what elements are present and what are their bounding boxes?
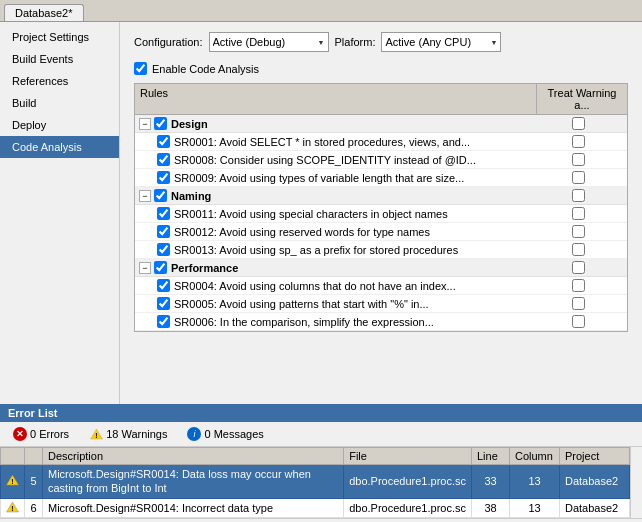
sr0001-checkbox[interactable] <box>157 135 170 148</box>
warning-triangle-icon: ! <box>6 501 19 513</box>
warning-triangle-icon: ! <box>6 474 19 486</box>
svg-text:!: ! <box>11 505 13 512</box>
sr0001-warning-checkbox[interactable] <box>572 135 585 148</box>
rule-sr0008: SR0008: Consider using SCOPE_IDENTITY in… <box>135 151 627 169</box>
sr0012-warning-checkbox[interactable] <box>572 225 585 238</box>
warning-triangle-icon: ! <box>90 428 103 440</box>
sr0004-warning-cell <box>533 279 623 292</box>
sr0011-warning-cell <box>533 207 623 220</box>
config-select[interactable]: Active (Debug) <box>209 32 329 52</box>
performance-warning-cell <box>533 261 623 274</box>
sr0011-checkbox[interactable] <box>157 207 170 220</box>
sr0009-warning-cell <box>533 171 623 184</box>
sr0008-checkbox[interactable] <box>157 153 170 166</box>
sr0013-checkbox[interactable] <box>157 243 170 256</box>
content-area: Configuration: Active (Debug) Plaform: A… <box>120 22 642 404</box>
sr0011-warning-checkbox[interactable] <box>572 207 585 220</box>
sr0005-warning-checkbox[interactable] <box>572 297 585 310</box>
row-5-index: 5 <box>25 465 43 499</box>
sr0005-checkbox[interactable] <box>157 297 170 310</box>
rule-sr0006: SR0006: In the comparison, simplify the … <box>135 313 627 331</box>
naming-expand-icon[interactable]: − <box>139 190 151 202</box>
svg-text:!: ! <box>11 478 13 485</box>
sr0006-checkbox[interactable] <box>157 315 170 328</box>
sr0004-checkbox[interactable] <box>157 279 170 292</box>
rules-table: Rules Treat Warning a... − Design SR0001… <box>134 83 628 332</box>
sr0004-warning-checkbox[interactable] <box>572 279 585 292</box>
enable-code-analysis-checkbox[interactable] <box>134 62 147 75</box>
row-6-num: ! <box>1 498 25 517</box>
sidebar-item-deploy[interactable]: Deploy <box>0 114 119 136</box>
row-6-column: 13 <box>510 498 560 517</box>
sr0006-warning-checkbox[interactable] <box>572 315 585 328</box>
scrollbar[interactable] <box>630 447 642 518</box>
category-naming: − Naming <box>135 187 627 205</box>
error-icon: ✕ <box>13 427 27 441</box>
rule-sr0011: SR0011: Avoid using special characters i… <box>135 205 627 223</box>
col-column: Column <box>510 448 560 465</box>
col-description: Description <box>43 448 344 465</box>
category-performance: − Performance <box>135 259 627 277</box>
sidebar-item-references[interactable]: References <box>0 70 119 92</box>
sr0008-text: SR0008: Consider using SCOPE_IDENTITY in… <box>174 154 533 166</box>
messages-tab[interactable]: i 0 Messages <box>178 424 272 444</box>
sr0001-warning-cell <box>533 135 623 148</box>
error-row-6[interactable]: ! 6 Microsoft.Design#SR0014: Incorrect d… <box>1 498 630 517</box>
config-select-wrapper: Active (Debug) <box>209 32 329 52</box>
sr0013-warning-cell <box>533 243 623 256</box>
row-6-project: Database2 <box>560 498 630 517</box>
sr0012-warning-cell <box>533 225 623 238</box>
enable-code-analysis-label: Enable Code Analysis <box>152 63 259 75</box>
sr0009-checkbox[interactable] <box>157 171 170 184</box>
naming-warning-checkbox[interactable] <box>572 189 585 202</box>
sr0008-warning-cell <box>533 153 623 166</box>
row-6-line: 38 <box>472 498 510 517</box>
row-5-column: 13 <box>510 465 560 499</box>
rule-sr0001: SR0001: Avoid SELECT * in stored procedu… <box>135 133 627 151</box>
sidebar-item-project-settings[interactable]: Project Settings <box>0 26 119 48</box>
sr0013-text: SR0013: Avoid using sp_ as a prefix for … <box>174 244 533 256</box>
performance-category-checkbox[interactable] <box>154 261 167 274</box>
config-label: Configuration: <box>134 36 203 48</box>
col-icon <box>25 448 43 465</box>
sr0006-warning-cell <box>533 315 623 328</box>
design-warning-checkbox[interactable] <box>572 117 585 130</box>
sr0012-text: SR0012: Avoid using reserved words for t… <box>174 226 533 238</box>
design-category-checkbox[interactable] <box>154 117 167 130</box>
rules-body: − Design SR0001: Avoid SELECT * in store… <box>135 115 627 331</box>
category-design: − Design <box>135 115 627 133</box>
performance-warning-checkbox[interactable] <box>572 261 585 274</box>
sidebar: Project Settings Build Events References… <box>0 22 120 404</box>
design-expand-icon[interactable]: − <box>139 118 151 130</box>
sr0008-warning-checkbox[interactable] <box>572 153 585 166</box>
design-category-label: Design <box>171 118 533 130</box>
sidebar-item-code-analysis[interactable]: Code Analysis <box>0 136 119 158</box>
error-row-5[interactable]: ! 5 Microsoft.Design#SR0014: Data loss m… <box>1 465 630 499</box>
sr0009-text: SR0009: Avoid using types of variable le… <box>174 172 533 184</box>
rule-sr0005: SR0005: Avoid using patterns that start … <box>135 295 627 313</box>
row-5-description: Microsoft.Design#SR0014: Data loss may o… <box>43 465 344 499</box>
sr0013-warning-checkbox[interactable] <box>572 243 585 256</box>
performance-expand-icon[interactable]: − <box>139 262 151 274</box>
rule-sr0009: SR0009: Avoid using types of variable le… <box>135 169 627 187</box>
col-line: Line <box>472 448 510 465</box>
warnings-tab[interactable]: ! 18 Warnings <box>80 424 176 444</box>
row-6-file: dbo.Procedure1.proc.sc <box>344 498 472 517</box>
sidebar-item-build-events[interactable]: Build Events <box>0 48 119 70</box>
sr0009-warning-checkbox[interactable] <box>572 171 585 184</box>
platform-select[interactable]: Active (Any CPU) <box>381 32 501 52</box>
database2-tab[interactable]: Database2* <box>4 4 84 21</box>
sr0011-text: SR0011: Avoid using special characters i… <box>174 208 533 220</box>
naming-category-checkbox[interactable] <box>154 189 167 202</box>
sr0012-checkbox[interactable] <box>157 225 170 238</box>
error-list-section: Error List ✕ 0 Errors ! 18 Warnings i 0 … <box>0 404 642 522</box>
sr0005-text: SR0005: Avoid using patterns that start … <box>174 298 533 310</box>
error-table-scroll: Description File Line Column Project ! <box>0 447 630 518</box>
sr0001-text: SR0001: Avoid SELECT * in stored procedu… <box>174 136 533 148</box>
warning-column-header: Treat Warning a... <box>537 84 627 114</box>
rule-sr0004: SR0004: Avoid using columns that do not … <box>135 277 627 295</box>
naming-category-label: Naming <box>171 190 533 202</box>
sidebar-item-build[interactable]: Build <box>0 92 119 114</box>
errors-tab[interactable]: ✕ 0 Errors <box>4 424 78 444</box>
config-row: Configuration: Active (Debug) Plaform: A… <box>134 32 628 52</box>
